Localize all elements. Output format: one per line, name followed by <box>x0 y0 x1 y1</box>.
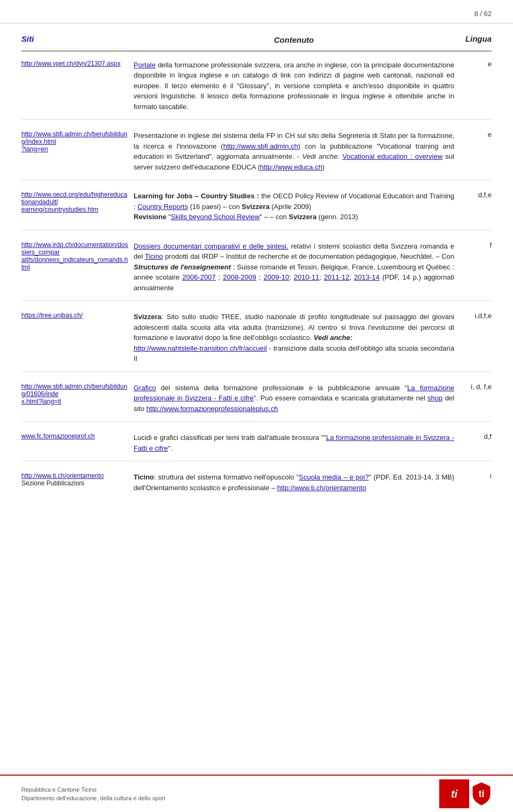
table-row: https://tree.unibas.ch/ Svizzera: Sito s… <box>21 312 492 372</box>
site-url-7: www.fc.formazioneprof.ch <box>21 432 128 453</box>
lang-8: i <box>460 472 492 493</box>
lang-4: f <box>460 241 492 293</box>
site-url-8: http://www.ti.ch/orientamento Sezione Pu… <box>21 472 128 493</box>
content-6: Grafico del sistema della formazione pro… <box>134 383 454 414</box>
lang-6: i, d, f,e <box>460 383 492 414</box>
content-7: Lucidi e grafici classificati per temi t… <box>134 432 454 453</box>
table-row: http://www.ti.ch/orientamento Sezione Pu… <box>21 472 492 500</box>
footer-line1: Repubblica e Cantone Ticino <box>21 785 165 794</box>
table-row: http://www.vpet.ch/dyn/21307.aspx Portal… <box>21 60 492 120</box>
table-row: www.fc.formazioneprof.ch Lucidi e grafic… <box>21 432 492 461</box>
lang-1: e <box>460 60 492 112</box>
lang-2: e <box>460 130 492 172</box>
header-siti: Siti <box>21 34 128 47</box>
lang-7: d,f <box>460 432 492 453</box>
lang-5: i,d,f,e <box>460 312 492 364</box>
content-2: Presentazione in inglese del sistema del… <box>134 130 454 172</box>
main-content: Siti Contenuto Lingua http://www.vpet.ch… <box>0 24 513 522</box>
footer-text: Repubblica e Cantone Ticino Dipartimento… <box>21 785 165 803</box>
table-row: http://www.oecd.org/edu/highereducationa… <box>21 191 492 230</box>
site-url-2: http://www.sbfi.admin.ch/berufsbildung/i… <box>21 130 128 172</box>
svg-text:ti: ti <box>479 788 485 799</box>
site-url-4: http://www.irdp.ch/documentation/dossier… <box>21 241 128 293</box>
content-8: Ticino: struttura del sistema formativo … <box>134 472 454 493</box>
content-3: Learning for Jobs – Country Studies : th… <box>134 191 454 222</box>
site-url-3: http://www.oecd.org/edu/highereducationa… <box>21 191 128 222</box>
header-lingua: Lingua <box>460 34 492 47</box>
content-5: Svizzera: Sito sullo studio TREE, studio… <box>134 312 454 364</box>
content-4: Dossiers documentari comparativi e delle… <box>134 241 454 293</box>
table-row: http://www.sbfi.admin.ch/berufsbildung/0… <box>21 383 492 422</box>
ti-logo-box: ti <box>439 779 469 808</box>
table-header: Siti Contenuto Lingua <box>21 34 492 51</box>
site-url-5: https://tree.unibas.ch/ <box>21 312 128 364</box>
lang-3: d,f,e <box>460 191 492 222</box>
page-number: 8 / 62 <box>0 0 513 24</box>
footer-line2: Dipartimento dell'educazione, della cult… <box>21 794 165 803</box>
site-url-6: http://www.sbfi.admin.ch/berufsbildung/0… <box>21 383 128 414</box>
site-url-1: http://www.vpet.ch/dyn/21307.aspx <box>21 60 128 112</box>
content-1: Portale della formazione professionale s… <box>134 60 454 112</box>
table-row: http://www.sbfi.admin.ch/berufsbildung/i… <box>21 130 492 180</box>
table-row: http://www.irdp.ch/documentation/dossier… <box>21 241 492 301</box>
header-contenuto: Contenuto <box>134 34 454 47</box>
ti-shield-icon: ti <box>471 781 492 807</box>
footer-logo: ti ti <box>439 779 492 808</box>
footer: Repubblica e Cantone Ticino Dipartimento… <box>0 775 513 812</box>
